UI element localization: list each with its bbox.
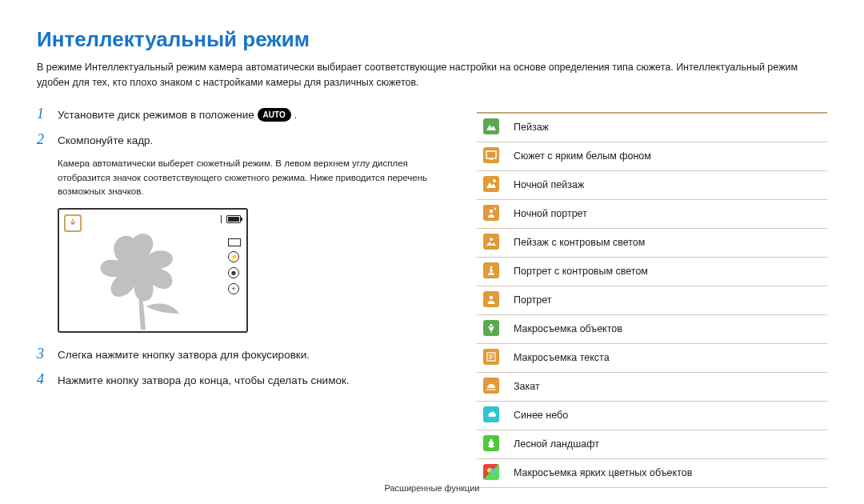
table-row: Портрет [477, 286, 827, 314]
zoom-icon: + [228, 283, 239, 294]
content-columns: 1 Установите диск режимов в положение AU… [37, 106, 827, 488]
svg-point-6 [490, 266, 492, 268]
scene-icon [483, 378, 499, 394]
table-row: Ночной пейзаж [477, 170, 827, 199]
scene-icon [483, 349, 499, 365]
scene-label: Макросъемка текста [507, 343, 827, 372]
scene-icon-cell [477, 142, 507, 170]
scene-label: Ночной пейзаж [507, 170, 827, 199]
scene-icon-cell [477, 257, 507, 286]
scene-label: Пейзаж с контровым светом [507, 228, 827, 257]
scene-icon [483, 406, 499, 422]
step-number: 3 [37, 346, 50, 362]
scene-icon [483, 320, 499, 336]
scene-icon [483, 435, 499, 451]
scene-icon-cell [477, 343, 507, 372]
svg-point-3 [490, 210, 493, 213]
step-1: 1 Установите диск режимов в положение AU… [37, 106, 445, 123]
step-2-note: Камера автоматически выберет сюжетный ре… [58, 157, 445, 198]
side-indicators: ⚡ ☻ + [228, 238, 241, 294]
scene-label: Ночной портрет [507, 199, 827, 228]
scene-icon-cell [477, 199, 507, 228]
svg-rect-1 [490, 159, 493, 160]
left-column: 1 Установите диск режимов в положение AU… [37, 106, 445, 488]
flash-icon: ⚡ [228, 251, 239, 262]
scene-icon [483, 147, 499, 163]
scene-label: Синее небо [507, 401, 827, 430]
scene-label: Портрет с контровым светом [507, 257, 827, 286]
scene-label: Макросъемка объектов [507, 314, 827, 343]
page-title: Интеллектуальный режим [37, 27, 827, 52]
svg-point-2 [493, 179, 496, 182]
resolution-icon [228, 238, 241, 246]
step-text: Нажмите кнопку затвора до конца, чтобы с… [58, 373, 445, 389]
intro-paragraph: В режиме Интеллектуальный режим камера а… [37, 60, 827, 91]
table-row: Портрет с контровым светом [477, 257, 827, 286]
footer-section-label: Расширенные функции [0, 483, 864, 493]
scene-icon-cell [477, 372, 507, 401]
step-4: 4 Нажмите кнопку затвора до конца, чтобы… [37, 371, 445, 389]
step-text: Установите диск режимов в положение AUTO… [58, 107, 445, 123]
table-row: Ночной портрет [477, 199, 827, 228]
scene-label: Закат [507, 372, 827, 401]
scene-icon-cell [477, 430, 507, 458]
step-number: 4 [37, 371, 50, 388]
svg-point-8 [490, 295, 494, 299]
scene-mode-indicator-icon [64, 214, 82, 232]
table-row: Пейзаж с контровым светом [477, 228, 827, 257]
step-text: Слегка нажмите кнопку затвора для фокуси… [58, 347, 445, 363]
face-icon: ☻ [228, 267, 239, 278]
flower-silhouette-icon [85, 230, 205, 330]
table-row: Сюжет с ярким белым фоном [477, 142, 827, 170]
svg-rect-0 [486, 151, 496, 158]
scene-icon [483, 176, 499, 192]
battery-icon [226, 215, 241, 223]
svg-point-4 [494, 207, 497, 210]
scene-icon-cell [477, 228, 507, 257]
step-number: 2 [37, 131, 50, 148]
scene-label: Портрет [507, 286, 827, 314]
step-text-part-a: Установите диск режимов в положение [58, 109, 258, 121]
signal-bar-icon [221, 215, 222, 223]
scene-icon-cell [477, 286, 507, 314]
step-text: Скомпонуйте кадр. [58, 133, 445, 149]
table-row: Пейзаж [477, 113, 827, 142]
scene-icon-cell [477, 113, 507, 142]
svg-point-5 [490, 238, 493, 241]
scene-icon-table: ПейзажСюжет с ярким белым фономНочной пе… [477, 112, 827, 488]
scene-icon-cell [477, 314, 507, 343]
svg-point-7 [490, 269, 493, 272]
table-row: Закат [477, 372, 827, 401]
table-row: Синее небо [477, 401, 827, 430]
scene-icon [483, 262, 499, 278]
step-text-part-b: . [294, 109, 297, 121]
scene-label: Сюжет с ярким белым фоном [507, 142, 827, 170]
svg-point-13 [489, 471, 494, 476]
svg-rect-10 [490, 446, 492, 448]
status-bar [221, 215, 242, 223]
table-row: Макросъемка текста [477, 343, 827, 372]
right-column: ПейзажСюжет с ярким белым фономНочной пе… [477, 106, 827, 488]
camera-screen-illustration: ⚡ ☻ + [58, 208, 445, 333]
step-2: 2 Скомпонуйте кадр. [37, 131, 445, 149]
scene-icon-cell [477, 170, 507, 199]
table-row: Макросъемка объектов [477, 314, 827, 343]
scene-icon [483, 291, 499, 307]
step-number: 1 [37, 106, 50, 122]
auto-badge: AUTO [258, 108, 291, 122]
scene-icon [483, 205, 499, 221]
table-row: Лесной ландшафт [477, 430, 827, 458]
scene-icon [483, 118, 499, 134]
step-3: 3 Слегка нажмите кнопку затвора для фоку… [37, 346, 445, 363]
scene-icon-cell [477, 401, 507, 430]
scene-label: Лесной ландшафт [507, 430, 827, 458]
scene-label: Пейзаж [507, 113, 827, 142]
scene-icon [483, 234, 499, 250]
page-root: Интеллектуальный режим В режиме Интеллек… [0, 0, 864, 504]
scene-icon [483, 464, 499, 480]
camera-lcd: ⚡ ☻ + [58, 208, 248, 333]
